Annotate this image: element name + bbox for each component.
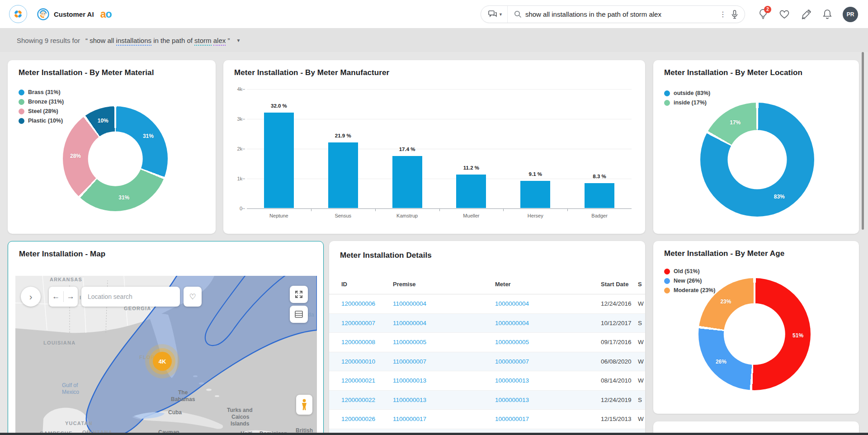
map-fullscreen-button[interactable] [290, 286, 308, 303]
legend-dot [19, 109, 24, 114]
card-title: Meter Installation - Map [19, 250, 105, 259]
cell-link[interactable]: 1000000004 [495, 320, 529, 326]
legend-item-old[interactable]: Old (51%) [664, 268, 715, 274]
table-row: 12000000211100000013100000001308/14/2010… [329, 371, 645, 391]
legend-item-outside[interactable]: outside (83%) [664, 90, 710, 96]
cell-link[interactable]: 1200000006 [341, 300, 375, 307]
cell-text: 08/14/2010 [601, 377, 632, 384]
legend-label: Old (51%) [674, 268, 700, 274]
legend-item-brass[interactable]: Brass (31%) [19, 89, 64, 95]
cell-link[interactable]: 1200000021 [341, 377, 375, 384]
expand-icon [295, 290, 303, 298]
cell-link[interactable]: 1200000008 [341, 339, 375, 345]
y-axis-tick [242, 149, 245, 149]
company-logo[interactable] [9, 5, 27, 23]
insights-bulb-icon[interactable]: 2 [759, 9, 768, 20]
bar-neptune[interactable] [264, 113, 294, 208]
cell-link[interactable]: 1000000017 [495, 416, 529, 422]
cell-link[interactable]: 1100000013 [393, 397, 426, 403]
age-donut-chart[interactable]: 51%26%23% [698, 278, 811, 390]
card-title: Meter Installation - By Meter Location [664, 68, 802, 77]
bar-value-label: 9.1 % [529, 171, 542, 177]
cell-link[interactable]: 1100000007 [393, 358, 426, 365]
map-label: Gulf of [62, 382, 78, 388]
cell-link[interactable]: 1000000004 [495, 300, 529, 307]
search-input[interactable] [525, 10, 715, 18]
map-drawer-chevron-button[interactable]: › [21, 287, 41, 307]
table-row: 12000000221100000013100000001312/24/2019… [329, 391, 645, 410]
cell-link[interactable]: 1200000010 [341, 358, 375, 365]
material-donut-chart[interactable]: 31%31%28%10% [63, 106, 168, 211]
cell-link[interactable]: 1200000026 [341, 416, 375, 422]
x-axis-category-label: Mueller [463, 213, 479, 218]
forward-arrow-icon[interactable]: → [64, 292, 78, 301]
legend-dot [19, 90, 24, 95]
bar-value-label: 17.4 % [399, 147, 415, 152]
legend: Brass (31%)Bronze (31%)Steel (28%)Plasti… [19, 89, 64, 124]
search-mode-button[interactable]: ▼ [481, 6, 508, 23]
map-cluster-marker[interactable]: 4K [153, 352, 172, 371]
manufacturer-bar-chart[interactable]: 01k2k3k4k32.0 %Neptune21.9 %Sensus17.4 %… [247, 89, 632, 208]
legend-item-steel[interactable]: Steel (28%) [19, 108, 64, 114]
cell-link[interactable]: 1100000005 [393, 339, 426, 345]
column-header-start-date[interactable]: Start Date [601, 281, 628, 288]
results-count-text: Showing 9 results for [17, 37, 80, 44]
results-dropdown-caret[interactable]: ▼ [236, 38, 241, 43]
legend-item-bronze[interactable]: Bronze (31%) [19, 99, 64, 105]
column-header-s[interactable]: S [638, 281, 642, 288]
cell-text: 12/15/2013 [601, 416, 632, 422]
cell-link[interactable]: 1000000013 [495, 377, 529, 384]
back-arrow-icon[interactable]: ← [49, 292, 63, 301]
column-header-id[interactable]: ID [341, 281, 347, 288]
cell-link[interactable]: 1200000007 [341, 320, 375, 326]
map-label: Islands [231, 421, 250, 427]
map-label: Caicos [231, 414, 250, 420]
legend-label: inside (17%) [674, 99, 707, 106]
annotate-pen-icon[interactable] [801, 9, 811, 19]
cell-link[interactable]: 1100000004 [393, 320, 426, 326]
legend-item-inside[interactable]: inside (17%) [664, 99, 710, 106]
slice-label-bronze: 31% [118, 194, 129, 201]
x-axis-tick [567, 208, 568, 211]
cell-text: 06/08/2020 [601, 358, 632, 365]
map-list-button[interactable] [290, 306, 308, 323]
bar-sensus[interactable] [328, 142, 358, 208]
legend-label: Moderate (23%) [674, 287, 715, 293]
x-axis-category-label: Kamstrup [396, 213, 418, 218]
cell-link[interactable]: 1200000022 [341, 397, 375, 403]
cell-link[interactable]: 1100000013 [393, 377, 426, 384]
location-donut-chart[interactable]: 83%17% [700, 103, 814, 217]
map-pegman-button[interactable] [296, 395, 312, 415]
more-options-icon[interactable]: ⋮ [715, 10, 731, 19]
legend-item-plastic[interactable]: Plastic (10%) [19, 118, 64, 124]
bar-hersey[interactable] [520, 181, 550, 208]
microphone-icon[interactable] [731, 10, 745, 19]
column-header-premise[interactable]: Premise [393, 281, 416, 288]
cell-text: S [638, 397, 642, 403]
favorites-heart-icon[interactable] [779, 10, 789, 19]
legend-dot [664, 278, 670, 284]
legend-dot [664, 288, 670, 293]
table-row: 12000000261100000017100000001712/15/2013… [329, 410, 645, 429]
bar-mueller[interactable] [456, 175, 486, 208]
details-table: IDPremiseMeterStart DateS120000000611000… [329, 276, 645, 435]
query-text: “ show all [85, 37, 116, 44]
bar-badger[interactable] [585, 183, 614, 208]
map-canvas[interactable]: ARKANSASIPPGEORGIALOUISIANAGulf ofMexico… [15, 276, 317, 435]
notifications-bell-icon[interactable] [823, 9, 832, 19]
legend-item-moderate[interactable]: Moderate (23%) [664, 287, 715, 293]
map-favorite-button[interactable]: ♡ [184, 287, 202, 307]
page-scrollbar-thumb[interactable] [862, 52, 864, 230]
bar-value-label: 21.9 % [335, 133, 351, 138]
cell-link[interactable]: 1000000005 [495, 339, 529, 345]
cell-link[interactable]: 1100000017 [393, 416, 426, 422]
map-location-search-input[interactable] [81, 287, 180, 307]
cell-link[interactable]: 1000000007 [495, 358, 529, 365]
column-header-meter[interactable]: Meter [495, 281, 511, 288]
legend-item-new[interactable]: New (26%) [664, 278, 715, 284]
cell-link[interactable]: 1100000004 [393, 300, 426, 307]
legend-label: Plastic (10%) [28, 118, 63, 124]
user-avatar[interactable]: PR [843, 7, 858, 22]
bar-kamstrup[interactable] [392, 156, 422, 208]
cell-link[interactable]: 1000000013 [495, 397, 529, 403]
